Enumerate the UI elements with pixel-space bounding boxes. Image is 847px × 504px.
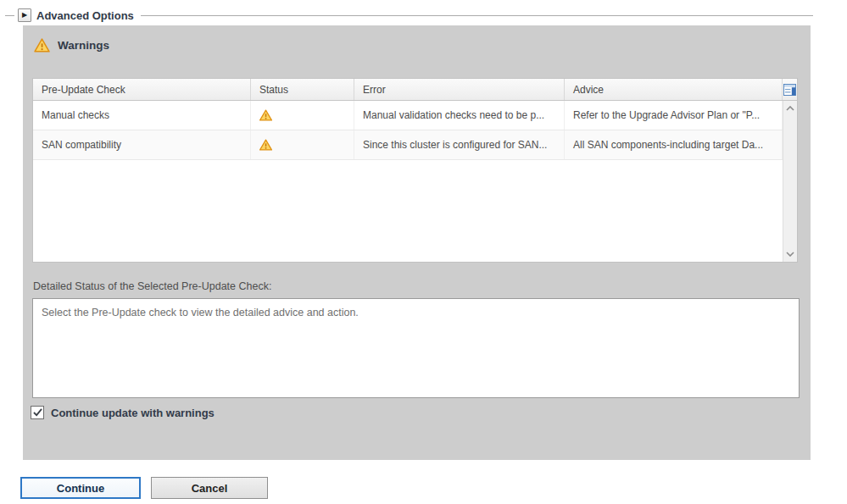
column-chooser-cell[interactable] xyxy=(783,79,797,100)
advanced-options-header: ▶ Advanced Options xyxy=(5,8,813,23)
warning-icon xyxy=(259,109,272,121)
table-body-rows: Manual checks Manual validation checks n… xyxy=(33,101,783,262)
column-header-pre-update-check[interactable]: Pre-Update Check xyxy=(33,79,251,100)
warning-icon xyxy=(34,38,50,53)
scroll-down-button[interactable] xyxy=(783,246,797,262)
table-row[interactable]: SAN compatibility Since this cluster is … xyxy=(33,130,783,160)
column-header-status[interactable]: Status xyxy=(251,79,354,100)
cell-advice: All SAN components-including target Da..… xyxy=(565,130,783,159)
checkmark-icon xyxy=(33,408,42,417)
advanced-options-title: Advanced Options xyxy=(36,9,134,22)
cell-error: Since this cluster is configured for SAN… xyxy=(354,130,565,159)
detailed-status-label: Detailed Status of the Selected Pre-Upda… xyxy=(33,280,271,292)
detailed-status-box[interactable]: Select the Pre-Update check to view the … xyxy=(32,298,800,398)
scroll-up-button[interactable] xyxy=(783,101,797,116)
warnings-heading: Warnings xyxy=(34,38,109,53)
divider xyxy=(141,15,813,16)
table-body: Manual checks Manual validation checks n… xyxy=(33,101,797,262)
expander-button[interactable]: ▶ xyxy=(18,8,31,22)
warnings-panel: Warnings Pre-Update Check Status Error A… xyxy=(23,25,811,460)
chevron-up-icon xyxy=(786,106,794,111)
cancel-button[interactable]: Cancel xyxy=(151,477,268,499)
table-scrollbar[interactable] xyxy=(783,101,797,262)
continue-with-warnings-label: Continue update with warnings xyxy=(51,407,215,419)
detailed-status-placeholder: Select the Pre-Update check to view the … xyxy=(42,307,359,318)
pre-update-check-table: Pre-Update Check Status Error Advice Man… xyxy=(32,78,798,263)
table-row[interactable]: Manual checks Manual validation checks n… xyxy=(33,101,783,130)
continue-button[interactable]: Continue xyxy=(20,477,141,499)
column-header-error[interactable]: Error xyxy=(354,79,565,100)
cell-status xyxy=(251,101,354,130)
cell-check: Manual checks xyxy=(33,101,251,130)
cell-status xyxy=(251,130,354,159)
table-header-row: Pre-Update Check Status Error Advice xyxy=(33,79,797,101)
continue-with-warnings-row: Continue update with warnings xyxy=(31,406,215,419)
continue-with-warnings-checkbox[interactable] xyxy=(31,406,44,419)
cell-check: SAN compatibility xyxy=(33,130,251,159)
warnings-title: Warnings xyxy=(58,39,109,52)
cell-advice: Refer to the Upgrade Advisor Plan or "P.… xyxy=(565,101,783,130)
column-header-advice[interactable]: Advice xyxy=(565,79,783,100)
column-chooser-icon xyxy=(783,84,796,96)
cell-error: Manual validation checks need to be p... xyxy=(354,101,565,130)
chevron-down-icon xyxy=(786,252,794,257)
divider xyxy=(5,15,14,16)
warning-icon xyxy=(259,139,272,151)
expander-arrow-icon: ▶ xyxy=(22,12,27,19)
